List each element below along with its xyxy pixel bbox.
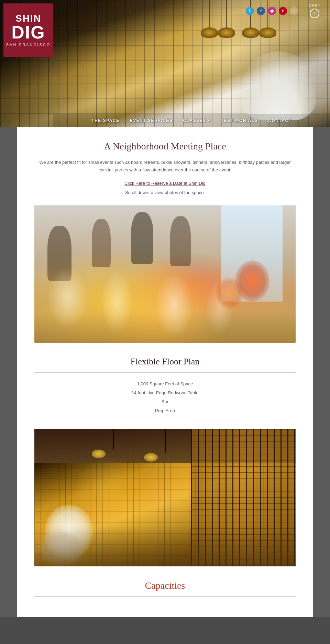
pinterest-icon[interactable]: P <box>279 7 287 15</box>
twitter-icon[interactable]: 𝕥 <box>246 7 254 15</box>
detail-4: Prep Area <box>34 406 296 415</box>
main-nav: THE SPACE EVENT SERVICES CLASSES + TESTI… <box>53 114 330 127</box>
scroll-note: Scroll down to view photos of the space. <box>34 190 296 195</box>
nav-the-space[interactable]: THE SPACE <box>91 118 119 123</box>
nav-classes[interactable]: CLASSES + <box>183 118 211 123</box>
hero-flowers <box>241 52 316 120</box>
logo-line1: SHIN <box>15 14 41 23</box>
capacities-title: Capacities <box>34 580 296 591</box>
page-wrapper: SHIN DIG SAN FRANCISCO 𝕥 f ◉ P ⌕ CART (0… <box>0 0 330 617</box>
floor-plan-title: Flexible Floor Plan <box>34 357 296 367</box>
cart-label: CART <box>304 3 325 8</box>
detail-2: 14 foot Live-Edge Redwood Table <box>34 388 296 397</box>
nav-testimonials[interactable]: TESTIMONIALS <box>221 118 258 123</box>
search-icon[interactable]: ⌕ <box>290 7 298 15</box>
top-bar: 𝕥 f ◉ P ⌕ CART (0) <box>241 0 330 22</box>
pendant-light-1 <box>206 0 212 38</box>
logo-city: SAN FRANCISCO <box>6 43 51 47</box>
content-area: A Neighborhood Meeting Place We are the … <box>17 127 313 617</box>
site-logo[interactable]: SHIN DIG SAN FRANCISCO <box>3 3 53 57</box>
reserve-link[interactable]: Click Here to Reserve a Date at Shin Dig <box>34 181 296 186</box>
facebook-icon[interactable]: f <box>257 7 265 15</box>
hero-section: SHIN DIG SAN FRANCISCO 𝕥 f ◉ P ⌕ CART (0… <box>0 0 330 127</box>
floor-plan-divider <box>34 372 296 373</box>
instagram-icon[interactable]: ◉ <box>268 7 276 15</box>
floor-plan-details: 1,000 Square Feet of Space 14 foot Live-… <box>34 380 296 415</box>
page-title: A Neighborhood Meeting Place <box>34 141 296 152</box>
nav-event-services[interactable]: EVENT SERVICES <box>130 118 173 123</box>
cellar-photo <box>34 429 296 566</box>
cart-count[interactable]: (0) <box>310 9 319 18</box>
pendant-light-2 <box>223 0 230 38</box>
intro-body: We are the perfect fit for small events … <box>34 159 296 174</box>
detail-3: Bar <box>34 397 296 406</box>
party-photo <box>34 205 296 343</box>
main-content: A Neighborhood Meeting Place We are the … <box>17 127 313 617</box>
nav-contact[interactable]: CONTACT <box>268 118 292 123</box>
party-photo-bg <box>34 205 296 343</box>
capacities-divider <box>34 596 296 597</box>
detail-1: 1,000 Square Feet of Space <box>34 380 296 388</box>
cellar-photo-bg <box>34 429 296 566</box>
logo-line2: DIG <box>11 23 45 41</box>
